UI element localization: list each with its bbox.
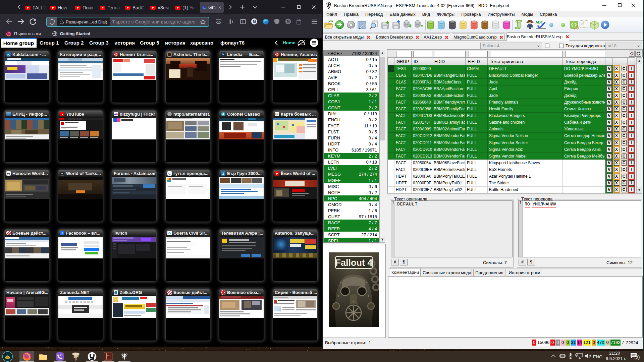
- svg-text:BLE: BLE: [90, 358, 94, 360]
- svg-text:M: M: [253, 19, 256, 23]
- svg-text:Fallout 4: Fallout 4: [335, 258, 372, 268]
- svg-text:M: M: [287, 19, 290, 23]
- svg-text:ABC: ABC: [535, 20, 543, 24]
